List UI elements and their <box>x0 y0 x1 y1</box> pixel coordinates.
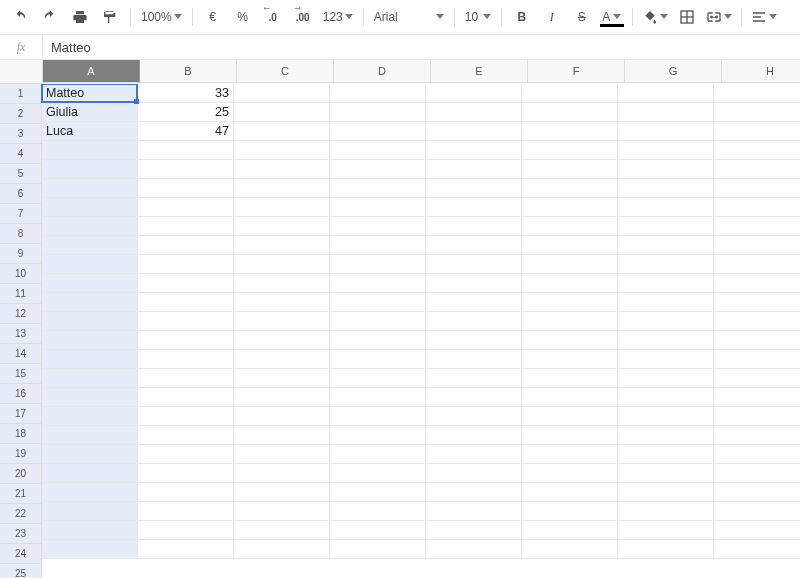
column-header-C[interactable]: C <box>237 60 334 83</box>
italic-button[interactable]: I <box>538 6 566 28</box>
cell-G17[interactable] <box>618 388 714 407</box>
cell-F1[interactable] <box>522 84 618 103</box>
row-header-12[interactable]: 12 <box>0 304 42 324</box>
cell-G2[interactable] <box>618 103 714 122</box>
cell-E19[interactable] <box>426 426 522 445</box>
cell-A10[interactable] <box>42 255 138 274</box>
row-header-11[interactable]: 11 <box>0 284 42 304</box>
cell-H11[interactable] <box>714 274 800 293</box>
cell-H21[interactable] <box>714 464 800 483</box>
cell-F18[interactable] <box>522 407 618 426</box>
cell-G18[interactable] <box>618 407 714 426</box>
cell-G19[interactable] <box>618 426 714 445</box>
cell-F19[interactable] <box>522 426 618 445</box>
cell-B18[interactable] <box>138 407 234 426</box>
cell-H22[interactable] <box>714 483 800 502</box>
cell-D13[interactable] <box>330 312 426 331</box>
cell-H2[interactable] <box>714 103 800 122</box>
cell-H1[interactable] <box>714 84 800 103</box>
merge-cells-button[interactable] <box>703 6 735 28</box>
cell-D15[interactable] <box>330 350 426 369</box>
cell-C24[interactable] <box>234 521 330 540</box>
cell-E10[interactable] <box>426 255 522 274</box>
row-header-14[interactable]: 14 <box>0 344 42 364</box>
cell-E7[interactable] <box>426 198 522 217</box>
cell-B19[interactable] <box>138 426 234 445</box>
cell-F23[interactable] <box>522 502 618 521</box>
row-header-7[interactable]: 7 <box>0 204 42 224</box>
cell-A20[interactable] <box>42 445 138 464</box>
row-header-22[interactable]: 22 <box>0 504 42 524</box>
row-header-24[interactable]: 24 <box>0 544 42 564</box>
cell-B16[interactable] <box>138 369 234 388</box>
cell-G1[interactable] <box>618 84 714 103</box>
cell-F15[interactable] <box>522 350 618 369</box>
cell-A11[interactable] <box>42 274 138 293</box>
cell-E2[interactable] <box>426 103 522 122</box>
cell-C2[interactable] <box>234 103 330 122</box>
borders-button[interactable] <box>673 6 701 28</box>
cell-G7[interactable] <box>618 198 714 217</box>
cell-E3[interactable] <box>426 122 522 141</box>
cell-D14[interactable] <box>330 331 426 350</box>
cell-B1[interactable]: 33 <box>138 84 234 103</box>
cell-D10[interactable] <box>330 255 426 274</box>
cell-H5[interactable] <box>714 160 800 179</box>
cell-A17[interactable] <box>42 388 138 407</box>
cell-F17[interactable] <box>522 388 618 407</box>
cell-A6[interactable] <box>42 179 138 198</box>
row-header-2[interactable]: 2 <box>0 104 42 124</box>
cell-A12[interactable] <box>42 293 138 312</box>
cell-D12[interactable] <box>330 293 426 312</box>
column-header-F[interactable]: F <box>528 60 625 83</box>
cell-E13[interactable] <box>426 312 522 331</box>
cell-G13[interactable] <box>618 312 714 331</box>
currency-button[interactable]: € <box>199 6 227 28</box>
cell-F5[interactable] <box>522 160 618 179</box>
cell-A24[interactable] <box>42 521 138 540</box>
column-header-G[interactable]: G <box>625 60 722 83</box>
cell-D7[interactable] <box>330 198 426 217</box>
cell-F22[interactable] <box>522 483 618 502</box>
cell-D25[interactable] <box>330 540 426 559</box>
row-header-18[interactable]: 18 <box>0 424 42 444</box>
cell-D18[interactable] <box>330 407 426 426</box>
cell-F25[interactable] <box>522 540 618 559</box>
cell-C17[interactable] <box>234 388 330 407</box>
cell-E23[interactable] <box>426 502 522 521</box>
cell-F11[interactable] <box>522 274 618 293</box>
cell-H4[interactable] <box>714 141 800 160</box>
cell-C19[interactable] <box>234 426 330 445</box>
cell-A23[interactable] <box>42 502 138 521</box>
cell-B25[interactable] <box>138 540 234 559</box>
cell-H15[interactable] <box>714 350 800 369</box>
cell-C13[interactable] <box>234 312 330 331</box>
cell-D20[interactable] <box>330 445 426 464</box>
row-header-5[interactable]: 5 <box>0 164 42 184</box>
cell-H9[interactable] <box>714 236 800 255</box>
cell-B11[interactable] <box>138 274 234 293</box>
bold-button[interactable]: B <box>508 6 536 28</box>
cell-E4[interactable] <box>426 141 522 160</box>
cell-D9[interactable] <box>330 236 426 255</box>
cell-F13[interactable] <box>522 312 618 331</box>
cell-H6[interactable] <box>714 179 800 198</box>
cell-H10[interactable] <box>714 255 800 274</box>
cell-G15[interactable] <box>618 350 714 369</box>
column-header-E[interactable]: E <box>431 60 528 83</box>
cell-D8[interactable] <box>330 217 426 236</box>
cell-G8[interactable] <box>618 217 714 236</box>
cell-G14[interactable] <box>618 331 714 350</box>
cell-B4[interactable] <box>138 141 234 160</box>
cell-E16[interactable] <box>426 369 522 388</box>
cell-D2[interactable] <box>330 103 426 122</box>
cell-E8[interactable] <box>426 217 522 236</box>
cell-C5[interactable] <box>234 160 330 179</box>
cell-A16[interactable] <box>42 369 138 388</box>
cell-D22[interactable] <box>330 483 426 502</box>
cell-A1[interactable]: Matteo <box>42 84 138 103</box>
cell-A22[interactable] <box>42 483 138 502</box>
cell-H24[interactable] <box>714 521 800 540</box>
row-header-13[interactable]: 13 <box>0 324 42 344</box>
cell-A15[interactable] <box>42 350 138 369</box>
